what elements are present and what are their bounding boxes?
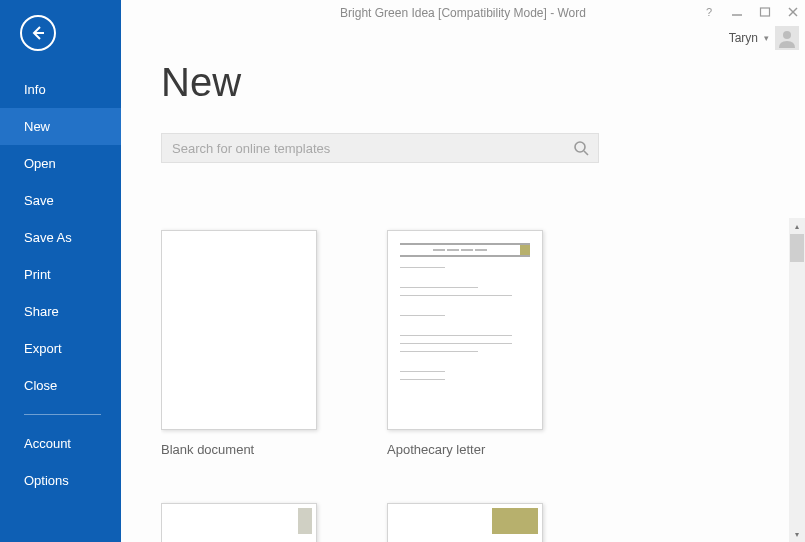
- template-search-box[interactable]: [161, 133, 599, 163]
- svg-point-6: [783, 31, 791, 39]
- svg-text:?: ?: [706, 6, 712, 18]
- backstage-sidebar: Info New Open Save Save As Print Share E…: [0, 0, 121, 542]
- title-bar: Bright Green Idea [Compatibility Mode] -…: [121, 0, 805, 26]
- avatar-icon: [777, 28, 797, 48]
- template-apothecary-letter[interactable]: Apothecary letter: [387, 230, 543, 457]
- template-gallery: Blank document: [161, 218, 789, 542]
- scroll-thumb[interactable]: [790, 234, 804, 262]
- maximize-button[interactable]: [757, 4, 773, 20]
- nav-item-info[interactable]: Info: [0, 71, 121, 108]
- search-icon: [573, 140, 589, 156]
- nav-item-close[interactable]: Close: [0, 367, 121, 404]
- nav-item-save[interactable]: Save: [0, 182, 121, 219]
- search-input[interactable]: [172, 141, 570, 156]
- nav-divider: [24, 414, 101, 415]
- back-button[interactable]: [20, 15, 56, 51]
- close-button[interactable]: [785, 4, 801, 20]
- scroll-track[interactable]: [789, 234, 805, 526]
- minimize-button[interactable]: [729, 4, 745, 20]
- user-avatar[interactable]: [775, 26, 799, 50]
- gallery-scrollbar[interactable]: ▴ ▾: [789, 218, 805, 542]
- main-panel: Bright Green Idea [Compatibility Mode] -…: [121, 0, 805, 542]
- user-name: Taryn: [729, 31, 758, 45]
- template-label: Apothecary letter: [387, 442, 543, 457]
- template-thumbnail: [161, 230, 317, 430]
- back-arrow-icon: [29, 24, 47, 42]
- template-thumbnail: [387, 230, 543, 430]
- scroll-up-button[interactable]: ▴: [789, 218, 805, 234]
- template-item[interactable]: [161, 503, 317, 542]
- nav-item-open[interactable]: Open: [0, 145, 121, 182]
- nav-item-print[interactable]: Print: [0, 256, 121, 293]
- nav-list: Info New Open Save Save As Print Share E…: [0, 71, 121, 499]
- page-heading: New: [161, 60, 805, 105]
- template-blank-document[interactable]: Blank document: [161, 230, 317, 457]
- search-button[interactable]: [570, 137, 592, 159]
- template-thumbnail: [161, 503, 317, 542]
- template-label: Blank document: [161, 442, 317, 457]
- svg-point-7: [575, 142, 585, 152]
- nav-item-new[interactable]: New: [0, 108, 121, 145]
- nav-item-export[interactable]: Export: [0, 330, 121, 367]
- user-dropdown-icon: ▾: [764, 33, 769, 43]
- window-title: Bright Green Idea [Compatibility Mode] -…: [340, 6, 586, 20]
- user-account-area[interactable]: Taryn ▾: [729, 26, 799, 50]
- svg-line-8: [584, 151, 588, 155]
- nav-item-options[interactable]: Options: [0, 462, 121, 499]
- template-thumbnail: [387, 503, 543, 542]
- nav-item-account[interactable]: Account: [0, 425, 121, 462]
- scroll-down-button[interactable]: ▾: [789, 526, 805, 542]
- nav-item-share[interactable]: Share: [0, 293, 121, 330]
- nav-item-save-as[interactable]: Save As: [0, 219, 121, 256]
- help-button[interactable]: ?: [701, 4, 717, 20]
- svg-rect-3: [761, 8, 770, 16]
- template-item[interactable]: [387, 503, 543, 542]
